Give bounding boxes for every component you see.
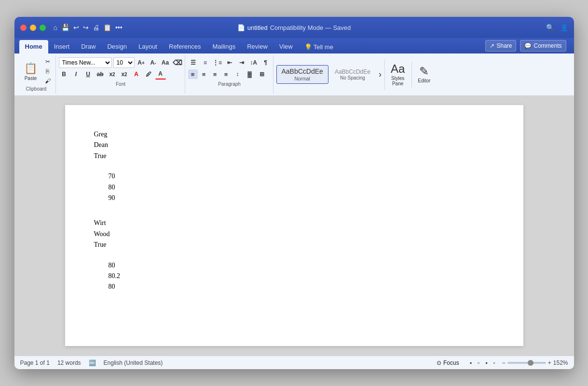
editor-icon: ✎ bbox=[419, 66, 429, 77]
style-normal[interactable]: AaBbCcDdEe Normal bbox=[276, 65, 328, 84]
no-spacing-label: No Spacing bbox=[340, 75, 365, 80]
status-bar: Page 1 of 1 12 words 🔤 English (United S… bbox=[14, 356, 574, 369]
multilevel-button[interactable]: ⋮≡ bbox=[212, 57, 223, 68]
paste-button[interactable]: 📋 Paste bbox=[20, 60, 41, 83]
text-color-button[interactable]: A bbox=[155, 69, 166, 80]
tab-mailings[interactable]: Mailings bbox=[206, 40, 241, 53]
redo-icon[interactable]: ↪ bbox=[83, 24, 89, 31]
user-icon[interactable]: 👤 bbox=[560, 24, 568, 31]
font-size-select[interactable]: 10 11 12 bbox=[113, 57, 135, 68]
normal-style-label: Normal bbox=[295, 76, 310, 81]
view-mode-3[interactable]: ▪ bbox=[483, 359, 489, 367]
tab-home[interactable]: Home bbox=[19, 40, 48, 53]
print-icon[interactable]: 🖨 bbox=[93, 24, 99, 31]
focus-button[interactable]: ⊙ Focus bbox=[433, 358, 463, 368]
line-80a: 80 bbox=[109, 260, 494, 271]
styles-group: AaBbCcDdEe Normal AaBbCcDdEe No Spacing … bbox=[274, 55, 438, 93]
tab-design[interactable]: Design bbox=[101, 40, 132, 53]
maximize-button[interactable] bbox=[40, 25, 46, 31]
paste-icon: 📋 bbox=[24, 62, 37, 75]
save-icon[interactable]: 💾 bbox=[61, 24, 69, 31]
window-title-area: 📄 untitled Compatibility Mode — Saved bbox=[237, 24, 351, 31]
editor-section: ✎ Editor bbox=[411, 62, 436, 87]
zoom-plus-button[interactable]: + bbox=[548, 359, 551, 366]
comments-button[interactable]: 💬 Comments bbox=[520, 40, 566, 52]
word-count: 12 words bbox=[57, 359, 81, 366]
bold-button[interactable]: B bbox=[59, 69, 69, 80]
bullets-button[interactable]: ☰ bbox=[188, 57, 199, 68]
sort-button[interactable]: ↕A bbox=[248, 57, 259, 68]
line-70: 70 bbox=[109, 171, 494, 182]
clipboard-icon[interactable]: 📋 bbox=[103, 24, 111, 31]
superscript-button[interactable]: x2 bbox=[119, 69, 130, 80]
proofing-icon[interactable]: 🔤 bbox=[89, 359, 96, 366]
toolbar-icons-left: ⌂ 💾 ↩ ↪ 🖨 📋 ••• bbox=[54, 24, 123, 31]
tab-references[interactable]: References bbox=[163, 40, 206, 53]
close-button[interactable] bbox=[20, 25, 27, 31]
underline-button[interactable]: U bbox=[83, 69, 94, 80]
align-left-button[interactable]: ≡ bbox=[188, 69, 198, 79]
strikethrough-button[interactable]: ab bbox=[95, 69, 106, 80]
home-icon[interactable]: ⌂ bbox=[54, 24, 57, 31]
case-button[interactable]: Aa bbox=[160, 57, 171, 68]
word-window: ⌂ 💾 ↩ ↪ 🖨 📋 ••• 📄 untitled Compatibility… bbox=[14, 17, 574, 369]
tab-draw[interactable]: Draw bbox=[75, 40, 101, 53]
justify-button[interactable]: ≡ bbox=[221, 69, 231, 79]
tab-view[interactable]: View bbox=[273, 40, 299, 53]
content-block-3: Wirt Wood True bbox=[94, 218, 494, 250]
line-80b: 80 bbox=[109, 281, 494, 292]
tab-tell-me[interactable]: 💡 Tell me bbox=[299, 40, 339, 53]
minimize-button[interactable] bbox=[30, 25, 36, 31]
borders-button[interactable]: ⊞ bbox=[257, 69, 267, 80]
status-bar-right: ⊙ Focus ▪ ▫ ▪ ▫ − + 152% bbox=[433, 358, 568, 368]
toolbar-icons-right: 🔍 👤 bbox=[546, 24, 568, 31]
italic-button[interactable]: I bbox=[71, 69, 82, 80]
comments-icon: 💬 bbox=[524, 42, 532, 49]
show-marks-button[interactable]: ¶ bbox=[260, 57, 271, 68]
title-bar: ⌂ 💾 ↩ ↪ 🖨 📋 ••• 📄 untitled Compatibility… bbox=[14, 17, 574, 38]
zoom-minus-button[interactable]: − bbox=[502, 359, 506, 366]
increase-font-button[interactable]: A+ bbox=[136, 57, 147, 68]
view-mode-1[interactable]: ▪ bbox=[468, 359, 474, 367]
cut-button[interactable]: ✂ bbox=[43, 57, 53, 66]
search-icon[interactable]: 🔍 bbox=[546, 24, 554, 31]
decrease-font-button[interactable]: A- bbox=[148, 57, 159, 68]
font-color-button[interactable]: A bbox=[131, 69, 142, 80]
increase-indent-button[interactable]: ⇥ bbox=[236, 57, 247, 68]
editor-button[interactable]: ✎ Editor bbox=[414, 63, 434, 86]
clear-format-button[interactable]: ⌫ bbox=[172, 57, 183, 68]
undo-icon[interactable]: ↩ bbox=[73, 24, 79, 31]
font-family-select[interactable]: Times New... bbox=[59, 57, 112, 68]
line-spacing-button[interactable]: ↕ bbox=[232, 69, 243, 80]
align-center-button[interactable]: ≡ bbox=[199, 69, 209, 79]
highlight-button[interactable]: 🖊 bbox=[143, 69, 154, 80]
tab-insert[interactable]: Insert bbox=[48, 40, 76, 53]
tab-layout[interactable]: Layout bbox=[133, 40, 163, 53]
document-page[interactable]: Greg Dean True 70 80 90 Wirt Wood True 8… bbox=[65, 105, 523, 346]
more-options-icon[interactable]: ••• bbox=[115, 24, 123, 31]
copy-button[interactable]: ⎘ bbox=[43, 67, 53, 76]
numbering-button[interactable]: ≡ bbox=[200, 57, 211, 68]
format-painter-button[interactable]: 🖌 bbox=[43, 77, 53, 85]
view-mode-2[interactable]: ▫ bbox=[476, 359, 481, 367]
style-no-spacing[interactable]: AaBbCcDdEe No Spacing bbox=[329, 66, 376, 83]
more-styles-button[interactable]: › bbox=[377, 67, 383, 81]
window-title: untitled bbox=[247, 24, 268, 31]
content-block-2: 70 80 90 bbox=[109, 171, 494, 203]
view-mode-4[interactable]: ▫ bbox=[492, 359, 497, 367]
share-button[interactable]: ↗ Share bbox=[485, 40, 516, 52]
align-right-button[interactable]: ≡ bbox=[210, 69, 220, 79]
decrease-indent-button[interactable]: ⇤ bbox=[224, 57, 235, 68]
tab-review[interactable]: Review bbox=[241, 40, 273, 53]
paste-group-top: 📋 Paste ✂ ⎘ 🖌 bbox=[20, 57, 53, 85]
styles-pane-button[interactable]: Aa StylesPane bbox=[387, 60, 409, 89]
paragraph-row-2: ≡ ≡ ≡ ≡ ↕ ▓ ⊞ bbox=[188, 69, 271, 80]
paste-group: 📋 Paste ✂ ⎘ 🖌 Clipboard bbox=[17, 55, 56, 93]
subscript-button[interactable]: x2 bbox=[107, 69, 118, 80]
shading-button[interactable]: ▓ bbox=[245, 69, 255, 80]
document-icon: 📄 bbox=[237, 24, 245, 31]
ribbon-tabs: Home Insert Draw Design Layout Reference… bbox=[14, 38, 574, 53]
line-true-2: True bbox=[94, 240, 494, 250]
focus-icon: ⊙ bbox=[437, 359, 441, 366]
zoom-slider[interactable] bbox=[507, 362, 546, 364]
